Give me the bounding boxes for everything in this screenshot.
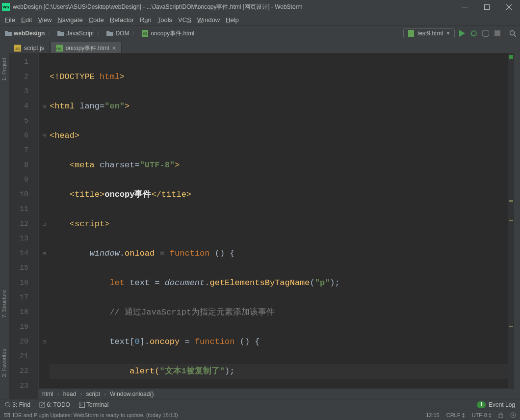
error-stripe[interactable] bbox=[508, 53, 514, 399]
fold-icon[interactable] bbox=[43, 129, 46, 143]
chevron-right-icon: 〉 bbox=[48, 29, 53, 38]
folder-icon bbox=[57, 30, 64, 37]
menu-refactor[interactable]: Refactor bbox=[107, 15, 137, 25]
menu-code[interactable]: Code bbox=[86, 15, 107, 25]
debug-button[interactable] bbox=[469, 29, 478, 38]
file-encoding[interactable]: UTF-8 ‡ bbox=[472, 412, 492, 418]
chevron-right-icon: › bbox=[104, 391, 106, 397]
fold-icon[interactable] bbox=[43, 99, 46, 114]
svg-rect-0 bbox=[462, 7, 468, 7]
breadcrumb-root[interactable]: webDesign 〉 bbox=[3, 28, 55, 39]
line-gutter: 1234 5678 9101112 13141516 17181920 2122… bbox=[9, 53, 39, 399]
left-tool-strip: 1: Project 7: Structure 2: Favorites bbox=[0, 53, 9, 399]
right-tool-strip bbox=[514, 53, 520, 399]
code-breadcrumb: html› head› script› Window.onload() bbox=[38, 388, 514, 399]
stop-button[interactable] bbox=[493, 29, 502, 38]
svg-rect-14 bbox=[79, 402, 84, 408]
breadcrumb-label: JavaScript bbox=[66, 30, 94, 37]
fold-icon[interactable] bbox=[43, 217, 46, 232]
warning-mark[interactable] bbox=[509, 200, 513, 202]
breadcrumb-label: webDesign bbox=[14, 30, 45, 37]
project-tool-button[interactable]: 1: Project bbox=[0, 55, 8, 83]
menu-vcs[interactable]: VCS bbox=[175, 15, 194, 25]
crumb-item[interactable]: script bbox=[86, 391, 100, 397]
nav-toolbar: webDesign 〉 JavaScript 〉 DOM 〉 H5 oncopy… bbox=[0, 26, 520, 41]
terminal-tool-button[interactable]: Terminal bbox=[79, 401, 108, 408]
status-bar: IDE and Plugin Updates: WebStorm is read… bbox=[0, 410, 520, 420]
svg-rect-6 bbox=[494, 30, 500, 36]
svg-rect-16 bbox=[499, 415, 503, 418]
minimize-button[interactable] bbox=[454, 0, 476, 14]
svg-point-18 bbox=[513, 415, 514, 416]
menu-help[interactable]: Help bbox=[223, 15, 242, 25]
breadcrumb-item[interactable]: DOM 〉 bbox=[104, 28, 140, 39]
folder-icon bbox=[5, 30, 12, 37]
svg-text:H5: H5 bbox=[56, 47, 61, 51]
caret-position[interactable]: 12:15 bbox=[426, 412, 440, 418]
fold-icon[interactable] bbox=[43, 246, 46, 261]
html-file-icon: H5 bbox=[56, 45, 63, 52]
coverage-button[interactable] bbox=[481, 29, 490, 38]
svg-rect-4 bbox=[408, 30, 414, 37]
run-config-label: test9.html bbox=[417, 30, 443, 37]
analysis-ok-icon bbox=[509, 55, 513, 59]
notification-icon[interactable] bbox=[4, 412, 10, 418]
tab-oncopy[interactable]: H5 oncopy事件.html × bbox=[51, 42, 122, 54]
fold-icon[interactable] bbox=[43, 335, 46, 349]
tab-label: oncopy事件.html bbox=[66, 44, 109, 52]
menu-view[interactable]: View bbox=[35, 15, 54, 25]
breadcrumb-item[interactable]: JavaScript 〉 bbox=[55, 28, 104, 39]
bottom-toolbar: 3: Find 6: TODO Terminal 1 Event Log bbox=[0, 399, 520, 410]
menu-window[interactable]: Window bbox=[194, 15, 223, 25]
menu-run[interactable]: Run bbox=[137, 15, 155, 25]
menu-tools[interactable]: Tools bbox=[155, 15, 175, 25]
search-everywhere-button[interactable] bbox=[508, 29, 517, 38]
svg-text:H5: H5 bbox=[143, 32, 147, 35]
menu-navigate[interactable]: Navigate bbox=[54, 15, 85, 25]
lock-icon[interactable] bbox=[498, 412, 503, 418]
run-config-selector[interactable]: test9.html ▼ bbox=[403, 28, 455, 38]
code-area[interactable]: <!DOCTYPE html> <html lang="en"> <head> … bbox=[39, 53, 508, 399]
breadcrumb-label: DOM bbox=[115, 30, 129, 37]
menubar: File Edit View Navigate Code Refactor Ru… bbox=[0, 14, 520, 26]
breadcrumb-label: oncopy事件.html bbox=[151, 29, 194, 38]
tab-label: script.js bbox=[24, 45, 44, 52]
breadcrumb-file[interactable]: H5 oncopy事件.html bbox=[140, 28, 196, 39]
chevron-right-icon: › bbox=[80, 391, 82, 397]
crumb-item[interactable]: html bbox=[42, 391, 53, 397]
svg-point-7 bbox=[510, 31, 515, 35]
menu-file[interactable]: File bbox=[2, 15, 18, 25]
menu-edit[interactable]: Edit bbox=[18, 15, 35, 25]
todo-tool-button[interactable]: 6: TODO bbox=[39, 401, 70, 408]
event-log-badge: 1 bbox=[477, 401, 486, 408]
warning-mark[interactable] bbox=[509, 220, 513, 221]
chevron-right-icon: › bbox=[57, 391, 59, 397]
status-message: IDE and Plugin Updates: WebStorm is read… bbox=[13, 412, 178, 418]
titlebar: WS webDesign [C:\Users\ASUS\Desktop\webD… bbox=[0, 0, 520, 14]
event-log-button[interactable]: Event Log bbox=[489, 401, 515, 408]
find-tool-button[interactable]: 3: Find bbox=[5, 401, 30, 408]
html-file-icon: H5 bbox=[142, 30, 149, 37]
structure-tool-button[interactable]: 7: Structure bbox=[0, 287, 8, 321]
editor[interactable]: 1234 5678 9101112 13141516 17181920 2122… bbox=[9, 53, 514, 399]
close-icon[interactable]: × bbox=[112, 45, 116, 52]
editor-tabs: JS script.js H5 oncopy事件.html × bbox=[0, 41, 520, 54]
close-button[interactable] bbox=[498, 0, 520, 14]
chevron-right-icon: 〉 bbox=[97, 29, 103, 38]
tab-scriptjs[interactable]: JS script.js bbox=[9, 42, 50, 54]
warning-mark[interactable] bbox=[509, 326, 513, 327]
favorites-tool-button[interactable]: 2: Favorites bbox=[0, 346, 8, 380]
crumb-item[interactable]: Window.onload() bbox=[110, 391, 154, 397]
chevron-right-icon: 〉 bbox=[132, 29, 138, 38]
run-button[interactable] bbox=[458, 29, 467, 38]
svg-text:JS: JS bbox=[15, 47, 20, 51]
svg-point-12 bbox=[5, 402, 9, 406]
crumb-item[interactable]: head bbox=[63, 391, 77, 397]
maximize-button[interactable] bbox=[476, 0, 498, 14]
html-file-icon bbox=[408, 30, 415, 37]
chevron-down-icon: ▼ bbox=[446, 31, 450, 36]
inspector-icon[interactable] bbox=[510, 412, 516, 418]
folder-icon bbox=[106, 30, 113, 37]
line-separator[interactable]: CRLF ‡ bbox=[446, 412, 465, 418]
svg-rect-15 bbox=[4, 414, 10, 417]
